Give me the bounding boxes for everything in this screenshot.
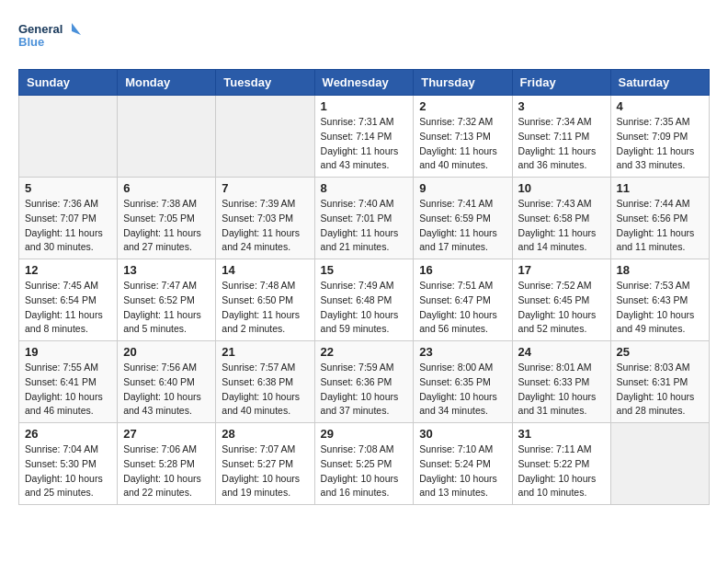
calendar-cell: 10Sunrise: 7:43 AMSunset: 6:58 PMDayligh…: [512, 178, 610, 259]
day-number: 13: [123, 263, 210, 277]
weekday-header-saturday: Saturday: [610, 70, 709, 96]
calendar-cell: 16Sunrise: 7:51 AMSunset: 6:47 PMDayligh…: [414, 259, 512, 341]
calendar-cell: 2Sunrise: 7:32 AMSunset: 7:13 PMDaylight…: [414, 96, 512, 178]
day-number: 2: [419, 99, 506, 113]
calendar-cell: [118, 96, 216, 178]
week-row-4: 19Sunrise: 7:55 AMSunset: 6:41 PMDayligh…: [19, 341, 710, 423]
day-info: Sunrise: 7:40 AMSunset: 7:01 PMDaylight:…: [321, 197, 408, 255]
calendar-cell: 23Sunrise: 8:00 AMSunset: 6:35 PMDayligh…: [414, 341, 512, 423]
logo: General Blue: [18, 18, 83, 60]
week-row-2: 5Sunrise: 7:36 AMSunset: 7:07 PMDaylight…: [19, 178, 710, 259]
day-info: Sunrise: 7:11 AMSunset: 5:22 PMDaylight:…: [518, 442, 605, 500]
calendar-cell: 22Sunrise: 7:59 AMSunset: 6:36 PMDayligh…: [314, 341, 414, 423]
calendar-cell: 5Sunrise: 7:36 AMSunset: 7:07 PMDaylight…: [19, 178, 118, 259]
weekday-header-tuesday: Tuesday: [216, 70, 314, 96]
calendar-cell: 7Sunrise: 7:39 AMSunset: 7:03 PMDaylight…: [216, 178, 314, 259]
day-number: 9: [419, 181, 506, 195]
calendar-cell: 4Sunrise: 7:35 AMSunset: 7:09 PMDaylight…: [610, 96, 709, 178]
day-info: Sunrise: 7:34 AMSunset: 7:11 PMDaylight:…: [518, 115, 605, 173]
day-info: Sunrise: 7:31 AMSunset: 7:14 PMDaylight:…: [321, 115, 408, 173]
day-info: Sunrise: 7:53 AMSunset: 6:43 PMDaylight:…: [617, 279, 703, 337]
calendar-cell: 8Sunrise: 7:40 AMSunset: 7:01 PMDaylight…: [314, 178, 414, 259]
day-info: Sunrise: 7:44 AMSunset: 6:56 PMDaylight:…: [617, 197, 703, 255]
day-number: 10: [518, 181, 605, 195]
day-number: 29: [321, 427, 408, 441]
day-number: 8: [321, 181, 408, 195]
day-info: Sunrise: 7:48 AMSunset: 6:50 PMDaylight:…: [222, 279, 308, 337]
day-number: 30: [419, 427, 506, 441]
day-info: Sunrise: 7:32 AMSunset: 7:13 PMDaylight:…: [419, 115, 506, 173]
day-info: Sunrise: 7:39 AMSunset: 7:03 PMDaylight:…: [222, 197, 308, 255]
day-info: Sunrise: 7:43 AMSunset: 6:58 PMDaylight:…: [518, 197, 605, 255]
calendar-cell: [216, 96, 314, 178]
day-info: Sunrise: 7:52 AMSunset: 6:45 PMDaylight:…: [518, 279, 605, 337]
week-row-3: 12Sunrise: 7:45 AMSunset: 6:54 PMDayligh…: [19, 259, 710, 341]
calendar-cell: 13Sunrise: 7:47 AMSunset: 6:52 PMDayligh…: [118, 259, 216, 341]
day-info: Sunrise: 7:07 AMSunset: 5:27 PMDaylight:…: [222, 442, 308, 500]
day-number: 15: [321, 263, 408, 277]
calendar-cell: 28Sunrise: 7:07 AMSunset: 5:27 PMDayligh…: [216, 423, 314, 505]
week-row-5: 26Sunrise: 7:04 AMSunset: 5:30 PMDayligh…: [19, 423, 710, 505]
day-info: Sunrise: 8:00 AMSunset: 6:35 PMDaylight:…: [419, 361, 506, 419]
day-info: Sunrise: 7:41 AMSunset: 6:59 PMDaylight:…: [419, 197, 506, 255]
calendar-cell: 24Sunrise: 8:01 AMSunset: 6:33 PMDayligh…: [512, 341, 610, 423]
day-info: Sunrise: 7:49 AMSunset: 6:48 PMDaylight:…: [321, 279, 408, 337]
day-number: 26: [25, 427, 111, 441]
header: General Blue: [18, 18, 710, 60]
day-number: 25: [617, 345, 703, 359]
day-number: 17: [518, 263, 605, 277]
logo-svg: General Blue: [18, 18, 83, 60]
day-info: Sunrise: 7:45 AMSunset: 6:54 PMDaylight:…: [25, 279, 111, 337]
day-number: 19: [25, 345, 111, 359]
day-info: Sunrise: 7:51 AMSunset: 6:47 PMDaylight:…: [419, 279, 506, 337]
day-number: 28: [222, 427, 308, 441]
calendar-cell: 18Sunrise: 7:53 AMSunset: 6:43 PMDayligh…: [610, 259, 709, 341]
day-info: Sunrise: 7:56 AMSunset: 6:40 PMDaylight:…: [123, 361, 210, 419]
day-number: 24: [518, 345, 605, 359]
weekday-header-thursday: Thursday: [414, 70, 512, 96]
weekday-header-row: SundayMondayTuesdayWednesdayThursdayFrid…: [19, 70, 710, 96]
calendar-cell: 30Sunrise: 7:10 AMSunset: 5:24 PMDayligh…: [414, 423, 512, 505]
day-number: 1: [321, 99, 408, 113]
day-info: Sunrise: 7:10 AMSunset: 5:24 PMDaylight:…: [419, 442, 506, 500]
calendar-cell: 1Sunrise: 7:31 AMSunset: 7:14 PMDaylight…: [314, 96, 414, 178]
day-number: 11: [617, 181, 703, 195]
calendar-cell: 26Sunrise: 7:04 AMSunset: 5:30 PMDayligh…: [19, 423, 118, 505]
day-info: Sunrise: 7:57 AMSunset: 6:38 PMDaylight:…: [222, 361, 308, 419]
day-number: 16: [419, 263, 506, 277]
day-info: Sunrise: 7:36 AMSunset: 7:07 PMDaylight:…: [25, 197, 111, 255]
day-number: 5: [25, 181, 111, 195]
calendar-table: SundayMondayTuesdayWednesdayThursdayFrid…: [18, 69, 710, 505]
calendar-cell: 31Sunrise: 7:11 AMSunset: 5:22 PMDayligh…: [512, 423, 610, 505]
day-number: 27: [123, 427, 210, 441]
day-number: 20: [123, 345, 210, 359]
calendar-cell: 27Sunrise: 7:06 AMSunset: 5:28 PMDayligh…: [118, 423, 216, 505]
day-number: 3: [518, 99, 605, 113]
day-number: 12: [25, 263, 111, 277]
calendar-cell: 17Sunrise: 7:52 AMSunset: 6:45 PMDayligh…: [512, 259, 610, 341]
calendar-cell: 21Sunrise: 7:57 AMSunset: 6:38 PMDayligh…: [216, 341, 314, 423]
day-number: 6: [123, 181, 210, 195]
weekday-header-sunday: Sunday: [19, 70, 118, 96]
weekday-header-monday: Monday: [118, 70, 216, 96]
day-number: 14: [222, 263, 308, 277]
day-info: Sunrise: 7:06 AMSunset: 5:28 PMDaylight:…: [123, 442, 210, 500]
calendar-cell: 19Sunrise: 7:55 AMSunset: 6:41 PMDayligh…: [19, 341, 118, 423]
day-info: Sunrise: 7:47 AMSunset: 6:52 PMDaylight:…: [123, 279, 210, 337]
calendar-cell: 6Sunrise: 7:38 AMSunset: 7:05 PMDaylight…: [118, 178, 216, 259]
calendar-cell: 14Sunrise: 7:48 AMSunset: 6:50 PMDayligh…: [216, 259, 314, 341]
calendar-cell: 29Sunrise: 7:08 AMSunset: 5:25 PMDayligh…: [314, 423, 414, 505]
weekday-header-wednesday: Wednesday: [314, 70, 414, 96]
week-row-1: 1Sunrise: 7:31 AMSunset: 7:14 PMDaylight…: [19, 96, 710, 178]
svg-marker-2: [72, 23, 81, 35]
day-info: Sunrise: 8:03 AMSunset: 6:31 PMDaylight:…: [617, 361, 703, 419]
day-number: 23: [419, 345, 506, 359]
calendar-cell: 12Sunrise: 7:45 AMSunset: 6:54 PMDayligh…: [19, 259, 118, 341]
calendar-cell: 20Sunrise: 7:56 AMSunset: 6:40 PMDayligh…: [118, 341, 216, 423]
day-info: Sunrise: 7:08 AMSunset: 5:25 PMDaylight:…: [321, 442, 408, 500]
day-info: Sunrise: 7:59 AMSunset: 6:36 PMDaylight:…: [321, 361, 408, 419]
day-number: 31: [518, 427, 605, 441]
calendar-cell: 9Sunrise: 7:41 AMSunset: 6:59 PMDaylight…: [414, 178, 512, 259]
day-info: Sunrise: 7:38 AMSunset: 7:05 PMDaylight:…: [123, 197, 210, 255]
svg-text:Blue: Blue: [18, 35, 44, 49]
